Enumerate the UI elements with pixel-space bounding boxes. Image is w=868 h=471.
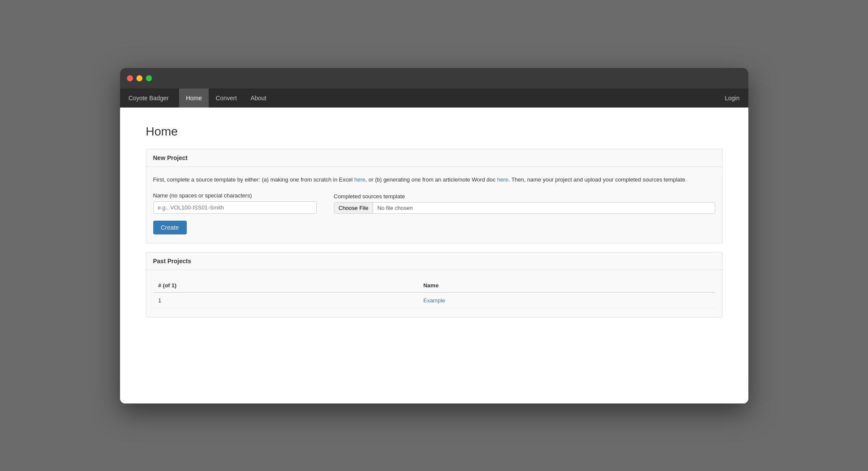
table-row: 1Example [153, 292, 715, 308]
new-project-body: First, complete a source template by eit… [146, 167, 722, 243]
past-projects-panel: Past Projects # (of 1) Name 1Example [146, 252, 723, 317]
project-link[interactable]: Example [423, 297, 445, 304]
form-row: Name (no spaces or special characters) C… [153, 192, 715, 214]
nav-brand: Coyote Badger [129, 95, 169, 102]
nav-item-convert[interactable]: Convert [209, 89, 244, 108]
past-projects-body: # (of 1) Name 1Example [146, 270, 722, 317]
row-number: 1 [153, 292, 418, 308]
main-content: Home New Project First, complete a sourc… [120, 108, 748, 403]
title-bar [120, 68, 748, 89]
name-label: Name (no spaces or special characters) [153, 192, 317, 199]
new-project-panel: New Project First, complete a source tem… [146, 149, 723, 244]
file-input-wrapper: Choose File No file chosen [334, 202, 715, 214]
nav-item-home[interactable]: Home [179, 89, 209, 108]
projects-table-body: 1Example [153, 292, 715, 308]
col-name: Name [418, 279, 715, 292]
past-projects-header: Past Projects [146, 252, 722, 270]
file-form-group: Completed sources template Choose File N… [334, 193, 715, 214]
navbar: Coyote Badger Home Convert About Login [120, 89, 748, 108]
close-button[interactable] [127, 75, 133, 81]
projects-table-head: # (of 1) Name [153, 279, 715, 292]
description-text: First, complete a source template by eit… [153, 175, 715, 184]
nav-item-about[interactable]: About [244, 89, 273, 108]
name-input[interactable] [153, 201, 317, 214]
file-no-chosen-text: No file chosen [373, 203, 715, 213]
row-project-name: Example [418, 292, 715, 308]
traffic-lights [127, 75, 152, 81]
nav-items: Home Convert About [179, 89, 725, 108]
projects-table: # (of 1) Name 1Example [153, 279, 715, 308]
new-project-header: New Project [146, 149, 722, 167]
create-button[interactable]: Create [153, 221, 187, 234]
excel-link[interactable]: here [354, 176, 365, 183]
window-frame: Coyote Badger Home Convert About Login H… [120, 68, 748, 403]
file-label: Completed sources template [334, 193, 715, 200]
maximize-button[interactable] [146, 75, 152, 81]
projects-table-header-row: # (of 1) Name [153, 279, 715, 292]
word-doc-link[interactable]: here [497, 176, 508, 183]
page-title: Home [146, 125, 723, 139]
choose-file-button[interactable]: Choose File [334, 203, 373, 213]
name-form-group: Name (no spaces or special characters) [153, 192, 317, 214]
login-link[interactable]: Login [725, 95, 739, 102]
col-number: # (of 1) [153, 279, 418, 292]
minimize-button[interactable] [136, 75, 142, 81]
